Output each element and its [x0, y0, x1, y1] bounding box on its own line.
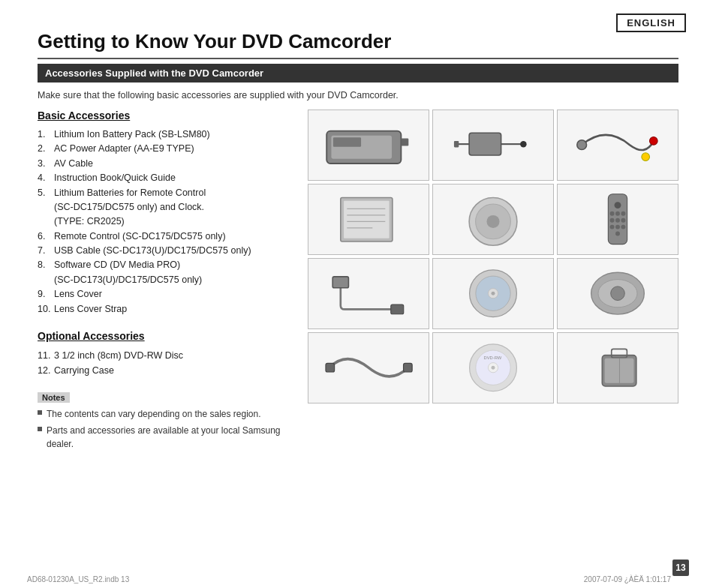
list-item: 12.Carrying Case [38, 363, 293, 378]
footer-left: AD68-01230A_US_R2.indb 13 [27, 575, 129, 584]
list-item: 4.Instruction Book/Quick Guide [38, 171, 293, 185]
av-cable-image [557, 110, 678, 181]
optional-accessories-title: Optional Accessories [38, 330, 293, 342]
svg-rect-3 [333, 138, 361, 147]
instruction-book-image [308, 184, 429, 255]
carrying-case-image [557, 332, 678, 404]
svg-point-47 [492, 366, 495, 370]
svg-rect-1 [401, 139, 408, 146]
list-item: 10.Lens Cover Strap [38, 302, 293, 316]
lens-strap-image [308, 332, 429, 404]
svg-point-26 [610, 218, 615, 223]
svg-point-11 [642, 153, 650, 161]
section-header: Accessories Supplied with the DVD Camcor… [38, 64, 678, 82]
batteries-image [432, 184, 554, 255]
list-item: 7.USB Cable (SC-DC173(U)/DC175/DC575 onl… [38, 244, 293, 258]
svg-point-25 [621, 212, 625, 216]
optional-accessories-section: Optional Accessories 11.3 1/2 inch (8cm)… [38, 330, 293, 378]
note-item: Parts and accessories are available at y… [38, 424, 293, 451]
optional-accessories-list: 11.3 1/2 inch (8cm) DVD-RW Disc 12.Carry… [38, 348, 293, 378]
basic-accessories-title: Basic Accessories [38, 110, 293, 122]
ac-adapter-image [432, 110, 554, 181]
svg-point-28 [621, 218, 625, 223]
remote-control-image [557, 184, 678, 255]
left-column: Basic Accessories 1.Lithium Ion Battery … [38, 110, 293, 454]
svg-point-10 [650, 137, 658, 146]
svg-point-38 [492, 292, 495, 296]
page-footer: AD68-01230A_US_R2.indb 13 2007-07-09 ¿ÀÈ… [27, 575, 671, 584]
notes-list: The contents can vary depending on the s… [38, 407, 293, 451]
list-item: 6.Remote Control (SC-DC175/DC575 only) [38, 230, 293, 244]
bullet-icon [38, 427, 42, 431]
lens-cover-image [557, 258, 678, 329]
page-title: Getting to Know Your DVD Camcorder [38, 30, 678, 59]
dvd-rw-disc-image: DVD-RW [432, 332, 554, 404]
battery-pack-image [308, 110, 429, 181]
content-layout: Basic Accessories 1.Lithium Ion Battery … [38, 110, 678, 454]
svg-rect-8 [454, 141, 459, 148]
list-item: 11.3 1/2 inch (8cm) DVD-RW Disc [38, 348, 293, 363]
list-item: 3.AV Cable [38, 157, 293, 171]
footer-right: 2007-07-09 ¿ÀÈÄ 1:01:17 [584, 575, 671, 584]
list-item: 9.Lens Cover [38, 287, 293, 302]
svg-point-41 [611, 286, 625, 301]
note-item: The contents can vary depending on the s… [38, 407, 293, 421]
list-item: 8.Software CD (DV Media PRO)(SC-DC173(U)… [38, 258, 293, 287]
svg-point-6 [520, 141, 527, 148]
svg-point-9 [577, 140, 587, 150]
svg-point-22 [615, 202, 621, 208]
page-container: ENGLISH Getting to Know Your DVD Camcord… [0, 0, 716, 588]
list-item: 2.AC Power Adapter (AA-E9 TYPE) [38, 142, 293, 156]
svg-point-29 [610, 225, 615, 230]
notes-label: Notes [38, 392, 70, 403]
svg-text:DVD-RW: DVD-RW [484, 356, 502, 361]
svg-rect-4 [469, 134, 501, 156]
svg-point-30 [615, 225, 620, 230]
page-number: 13 [672, 560, 689, 576]
svg-point-31 [621, 225, 625, 230]
basic-accessories-list: 1.Lithium Ion Battery Pack (SB-LSM80) 2.… [38, 128, 293, 316]
svg-rect-42 [326, 364, 335, 373]
svg-point-32 [615, 232, 620, 236]
usb-cable-image [308, 258, 429, 329]
svg-rect-33 [332, 277, 348, 288]
svg-rect-13 [344, 201, 390, 238]
list-item: 5.Lithium Batteries for Remote Control(S… [38, 186, 293, 230]
svg-point-27 [615, 218, 620, 223]
svg-rect-34 [391, 304, 404, 314]
svg-point-24 [615, 212, 620, 216]
svg-point-20 [486, 215, 499, 228]
software-cd-image [432, 258, 554, 329]
intro-text: Make sure that the following basic acces… [38, 90, 678, 100]
svg-rect-43 [404, 364, 413, 373]
bullet-icon [38, 410, 42, 415]
accessories-image-grid: DVD-RW [308, 110, 678, 404]
notes-section: Notes The contents can vary depending on… [38, 392, 293, 451]
svg-point-23 [610, 212, 615, 216]
right-column: DVD-RW [308, 110, 678, 454]
list-item: 1.Lithium Ion Battery Pack (SB-LSM80) [38, 128, 293, 142]
language-badge: ENGLISH [616, 14, 686, 32]
